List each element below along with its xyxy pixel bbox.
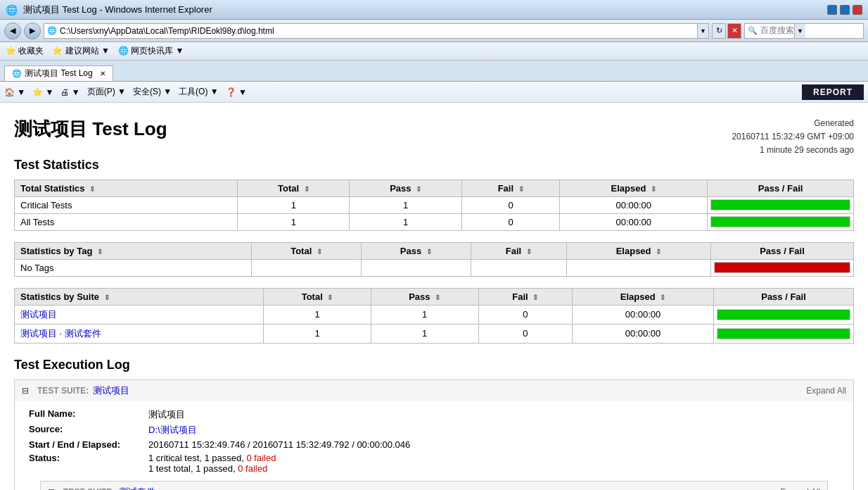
full-name-value: 测试项目 — [148, 408, 185, 421]
suite-name[interactable]: 测试项目 — [93, 384, 129, 397]
row-elapsed: 00:00:00 — [572, 324, 713, 343]
row-elapsed: 00:00:00 — [572, 305, 713, 324]
row-pass — [361, 259, 471, 276]
back-btn[interactable]: ◀ — [4, 23, 21, 39]
address-bar[interactable]: C:\Users\xny\AppData\Local\Temp\RIDEokl9… — [60, 26, 697, 36]
col-suite-pf: Pass / Fail — [714, 288, 854, 305]
row-total — [252, 259, 361, 276]
execution-log-title: Test Execution Log — [14, 358, 854, 372]
detail-source: Source: D:\测试项目 — [29, 424, 839, 436]
col-suite-total[interactable]: Total ⇕ — [264, 288, 371, 305]
favorites-label[interactable]: ⭐ 收藏夹 — [6, 45, 44, 57]
refresh-btn[interactable]: ↻ — [712, 23, 726, 39]
col-suite-stats[interactable]: Statistics by Suite ⇕ — [15, 288, 264, 305]
col-tag-stats[interactable]: Statistics by Tag ⇕ — [15, 242, 252, 259]
detail-full-name: Full Name: 测试项目 — [29, 408, 839, 421]
fail-bar — [715, 263, 850, 272]
row-name: No Tags — [15, 259, 252, 276]
row-total: 1 — [238, 213, 350, 230]
detail-status: Status: 1 critical test, 1 passed, 0 fai… — [29, 453, 839, 474]
col-tag-elapsed[interactable]: Elapsed ⇕ — [566, 242, 710, 259]
row-pass: 1 — [350, 196, 462, 213]
execution-log-section: Test Execution Log ⊟ TEST SUITE: 测试项目 Ex… — [14, 358, 854, 490]
search-dropdown[interactable]: ▼ — [794, 24, 805, 38]
minimize-btn[interactable] — [827, 5, 837, 15]
pass-bar-container — [717, 328, 850, 339]
row-pass-fail — [708, 196, 854, 213]
page-title: 测试项目 Test Log — [14, 117, 167, 142]
browser-title: 测试项目 Test Log - Windows Internet Explore… — [23, 4, 212, 16]
main-suite-block: ⊟ TEST SUITE: 测试项目 Expand All Full Name:… — [14, 379, 854, 490]
pass-bar — [717, 329, 850, 339]
row-fail: 0 — [462, 196, 560, 213]
table-row: All Tests 1 1 0 00:00:00 — [15, 213, 854, 230]
search-box[interactable]: 百度搜索 — [760, 25, 794, 37]
tab-close[interactable]: ✕ — [100, 70, 106, 77]
generated-date: 20160711 15:32:49 GMT +09:00 — [732, 130, 854, 144]
row-name: All Tests — [15, 213, 238, 230]
suite-link[interactable]: 测试项目 — [20, 328, 57, 339]
suite-details: Full Name: 测试项目 Source: D:\测试项目 Start / … — [15, 401, 853, 490]
col-total-stats[interactable]: Total Statistics ⇕ — [15, 180, 238, 196]
tab-label: 测试项目 Test Log — [25, 68, 93, 80]
quickbar[interactable]: 🌐 网页快讯库 ▼ — [118, 45, 184, 57]
col-suite-fail[interactable]: Fail ⇕ — [478, 288, 572, 305]
col-elapsed[interactable]: Elapsed ⇕ — [560, 180, 708, 196]
security-menu[interactable]: 安全(S) ▼ — [133, 86, 172, 98]
inner-suite-name[interactable]: 测试套件 — [119, 486, 155, 490]
suggest-site[interactable]: ⭐ 建议网站 ▼ — [52, 45, 110, 57]
suite-toggle[interactable]: ⊟ — [22, 386, 29, 396]
forward-btn[interactable]: ▶ — [24, 23, 41, 39]
col-pass-fail: Pass / Fail — [708, 180, 854, 196]
active-tab[interactable]: 🌐 测试项目 Test Log ✕ — [4, 65, 113, 81]
report-badge: REPORT — [802, 84, 864, 100]
favorites-bar: ⭐ 收藏夹 ⭐ 建议网站 ▼ 🌐 网页快讯库 ▼ — [0, 42, 868, 61]
col-suite-pass[interactable]: Pass ⇕ — [371, 288, 478, 305]
suite-link[interactable]: 测试项目 — [20, 309, 57, 320]
inner-suite-toggle[interactable]: ⊞ — [48, 487, 55, 490]
status-value: 1 critical test, 1 passed, 0 failed 1 te… — [148, 453, 276, 474]
row-name: 测试项目 · 测试套件 — [15, 324, 264, 343]
pass-bar-container — [710, 199, 850, 211]
col-tag-total[interactable]: Total ⇕ — [252, 242, 361, 259]
row-total: 1 — [264, 324, 371, 343]
col-fail[interactable]: Fail ⇕ — [462, 180, 560, 196]
page-menu[interactable]: 页面(P) ▼ — [87, 86, 126, 98]
table-row: 测试项目 1 1 0 00:00:00 — [15, 305, 854, 324]
tab-bar: 🌐 测试项目 Test Log ✕ — [0, 61, 868, 82]
browser-nav: ◀ ▶ 🌐 C:\Users\xny\AppData\Local\Temp\RI… — [0, 20, 868, 42]
address-dropdown[interactable]: ▼ — [697, 24, 708, 38]
col-total[interactable]: Total ⇕ — [238, 180, 350, 196]
col-tag-fail[interactable]: Fail ⇕ — [471, 242, 566, 259]
page-content: 测试项目 Test Log Generated 20160711 15:32:4… — [0, 103, 868, 490]
row-pass-fail — [714, 305, 854, 324]
pass-bar — [711, 200, 850, 210]
col-tag-pass[interactable]: Pass ⇕ — [361, 242, 471, 259]
row-name: Critical Tests — [15, 196, 238, 213]
start-value: 20160711 15:32:49.746 / 20160711 15:32:4… — [148, 439, 410, 450]
maximize-btn[interactable] — [840, 5, 850, 15]
row-elapsed: 00:00:00 — [560, 213, 708, 230]
inner-expand-all-btn[interactable]: Expand All — [780, 487, 820, 490]
pass-bar — [711, 217, 850, 227]
row-pass: 1 — [350, 213, 462, 230]
tools-menu[interactable]: 工具(O) ▼ — [179, 86, 219, 98]
col-suite-elapsed[interactable]: Elapsed ⇕ — [572, 288, 713, 305]
stop-btn[interactable]: ✕ — [727, 23, 741, 39]
row-pass-fail — [708, 213, 854, 230]
row-pass-fail — [711, 259, 854, 276]
expand-all-btn[interactable]: Expand All — [806, 386, 846, 396]
inner-suite-block: ⊞ TEST SUITE: 测试套件 Expand All — [40, 481, 828, 490]
source-link[interactable]: D:\测试项目 — [148, 424, 197, 436]
help-menu[interactable]: ❓ ▼ — [226, 87, 247, 97]
suite-type-label: TEST SUITE: — [37, 386, 89, 396]
print-btn[interactable]: 🖨 ▼ — [60, 87, 79, 97]
col-pass[interactable]: Pass ⇕ — [350, 180, 462, 196]
row-elapsed: 00:00:00 — [560, 196, 708, 213]
suite-link-2[interactable]: 测试套件 — [65, 328, 101, 339]
home-btn[interactable]: 🏠 ▼ — [4, 87, 25, 97]
table-row: Critical Tests 1 1 0 00:00:00 — [15, 196, 854, 213]
favorites-btn[interactable]: ⭐ ▼ — [32, 87, 53, 97]
generated-label: Generated — [732, 117, 854, 130]
close-btn[interactable] — [853, 5, 862, 15]
